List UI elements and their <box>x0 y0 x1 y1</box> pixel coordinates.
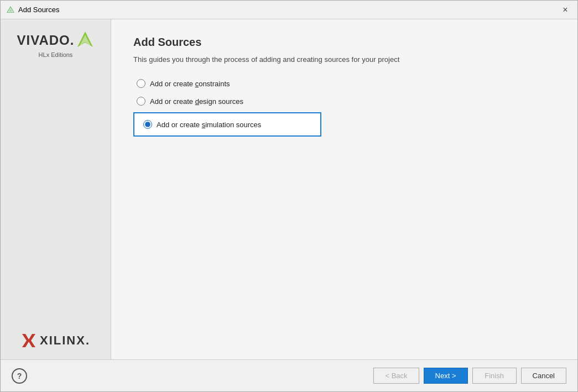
xilinx-logo: XILINX. <box>21 333 90 348</box>
cancel-button[interactable]: Cancel <box>521 368 566 384</box>
title-bar-left: Add Sources <box>6 6 59 14</box>
help-button[interactable]: ? <box>12 368 27 384</box>
vivado-leaf-icon <box>76 30 94 50</box>
section-title: Add Sources <box>133 36 555 49</box>
footer-right: < Back Next > Finish Cancel <box>373 368 566 384</box>
dialog-body: VIVADO. HLx Editions XILINX. Add S <box>1 19 577 359</box>
sidebar: VIVADO. HLx Editions XILINX. <box>1 19 111 359</box>
option-simulation-label: Add or create simulation sources <box>157 121 261 129</box>
vivado-logo-top: VIVADO. <box>17 30 95 50</box>
radio-constraints[interactable] <box>137 79 145 88</box>
title-text: Add Sources <box>18 6 59 14</box>
options-list: Add or create constraints Add or create … <box>133 77 555 137</box>
option-constraints[interactable]: Add or create constraints <box>133 77 555 90</box>
vivado-logo: VIVADO. HLx Editions <box>17 30 95 58</box>
title-bar: Add Sources × <box>1 1 577 19</box>
vivado-text: VIVADO. <box>17 33 75 48</box>
option-simulation[interactable]: Add or create simulation sources <box>133 112 321 137</box>
footer-left: ? <box>12 368 27 384</box>
add-sources-dialog: Add Sources × VIVADO. HLx Editions <box>0 0 578 392</box>
finish-button[interactable]: Finish <box>472 368 517 384</box>
main-content: Add Sources This guides you through the … <box>111 19 577 359</box>
xilinx-icon <box>21 333 37 348</box>
section-subtitle: This guides you through the process of a… <box>133 55 555 64</box>
radio-simulation[interactable] <box>143 120 152 129</box>
footer: ? < Back Next > Finish Cancel <box>1 359 577 391</box>
app-icon <box>6 6 15 14</box>
option-design-label: Add or create design sources <box>150 97 243 106</box>
vivado-subtitle: HLx Editions <box>39 51 73 58</box>
svg-marker-5 <box>22 334 35 347</box>
option-constraints-label: Add or create constraints <box>150 80 230 88</box>
option-design[interactable]: Add or create design sources <box>133 95 555 108</box>
close-button[interactable]: × <box>559 3 572 17</box>
radio-design[interactable] <box>137 97 145 106</box>
xilinx-text: XILINX. <box>40 333 90 348</box>
back-button[interactable]: < Back <box>373 368 419 384</box>
next-button[interactable]: Next > <box>424 368 468 384</box>
